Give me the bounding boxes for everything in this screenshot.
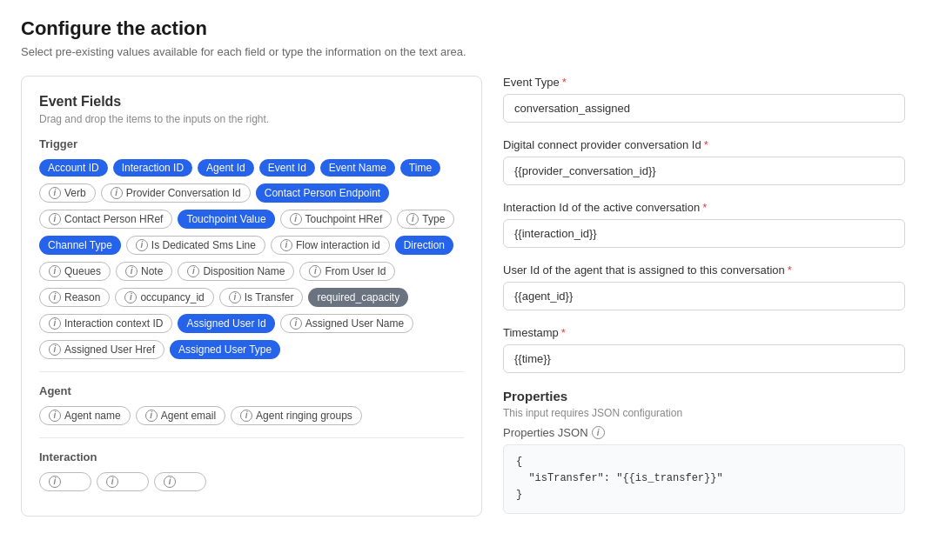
event-type-input[interactable]: [503, 94, 905, 123]
tag-contact-person-href[interactable]: iContact Person HRef: [39, 210, 172, 229]
tag-is-transfer[interactable]: iIs Transfer: [219, 288, 304, 307]
info-icon: i: [49, 476, 61, 488]
trigger-row-3: iContact Person HRef Touchpoint Value iT…: [39, 210, 464, 229]
event-type-field-group: Event Type*: [503, 76, 905, 123]
info-icon: i: [49, 317, 61, 330]
tag-account-id[interactable]: Account ID: [39, 159, 108, 177]
trigger-row-6: iReason ioccupancy_id iIs Transfer requi…: [39, 288, 464, 307]
tag-from-user-id[interactable]: iFrom User Id: [299, 262, 395, 281]
tag-assigned-user-type[interactable]: Assigned User Type: [170, 340, 280, 359]
tag-assigned-user-href[interactable]: iAssigned User Href: [39, 340, 164, 359]
info-icon: i: [49, 213, 61, 225]
provider-conversation-id-field-group: Digital connect provider conversation Id…: [503, 138, 905, 185]
info-icon: i: [309, 265, 321, 277]
divider-agent: [39, 371, 464, 372]
tag-type[interactable]: iType: [397, 210, 454, 229]
trigger-row-2: iVerb iProvider Conversation Id Contact …: [39, 183, 464, 203]
tag-event-name[interactable]: Event Name: [320, 159, 395, 177]
page-subtitle: Select pre-existing values available for…: [21, 45, 905, 58]
event-type-label: Event Type*: [503, 76, 905, 89]
info-icon: i: [136, 239, 148, 251]
trigger-row-8: iAssigned User Href Assigned User Type: [39, 340, 464, 359]
tag-interaction-id[interactable]: Interaction ID: [113, 159, 192, 177]
main-layout: Event Fields Drag and drop the items to …: [21, 76, 905, 530]
tag-assigned-user-name[interactable]: iAssigned User Name: [280, 314, 413, 333]
agent-row-1: iAgent name iAgent email iAgent ringing …: [39, 406, 464, 425]
tag-agent-email[interactable]: iAgent email: [136, 406, 225, 425]
timestamp-label: Timestamp*: [503, 326, 905, 339]
trigger-row-5: iQueues iNote iDisposition Name iFrom Us…: [39, 262, 464, 281]
info-icon: i: [280, 239, 292, 251]
info-icon: i: [125, 265, 138, 277]
info-icon: i: [49, 291, 61, 303]
provider-conversation-id-input[interactable]: [503, 157, 905, 185]
trigger-section-label: Trigger: [39, 137, 464, 150]
interaction-id-field-group: Interaction Id of the active conversatio…: [503, 201, 905, 248]
info-icon: i: [187, 265, 199, 277]
properties-title: Properties: [503, 389, 905, 403]
properties-json-label: Properties JSON i: [503, 426, 905, 439]
timestamp-input[interactable]: [503, 344, 905, 373]
properties-json-info-icon: i: [592, 426, 605, 439]
tag-time[interactable]: Time: [400, 159, 440, 177]
info-icon: i: [124, 291, 137, 303]
info-icon: i: [290, 317, 302, 330]
tag-contact-person-endpoint[interactable]: Contact Person Endpoint: [256, 183, 389, 203]
trigger-row-1: Account ID Interaction ID Agent Id Event…: [39, 159, 464, 177]
tag-assigned-user-id[interactable]: Assigned User Id: [178, 314, 274, 333]
info-icon: i: [49, 343, 61, 356]
info-icon: i: [164, 476, 176, 488]
info-icon: i: [49, 187, 61, 199]
tag-is-dedicated-sms-line[interactable]: iIs Dedicated Sms Line: [126, 236, 265, 255]
properties-json-box[interactable]: { "isTransfer": "{{is_transfer}}" }: [503, 444, 905, 514]
tag-occupancy-id[interactable]: ioccupancy_id: [115, 288, 213, 307]
right-panel: Event Type* Digital connect provider con…: [503, 76, 905, 530]
event-fields-heading: Event Fields: [39, 94, 464, 110]
info-icon: i: [145, 410, 158, 422]
info-icon: i: [240, 410, 252, 422]
tag-agent-name[interactable]: iAgent name: [39, 406, 131, 425]
trigger-row-7: iInteraction context ID Assigned User Id…: [39, 314, 464, 333]
properties-hint: This input requires JSON configuration: [503, 407, 905, 419]
tag-queues[interactable]: iQueues: [39, 262, 111, 281]
tag-event-id[interactable]: Event Id: [259, 159, 315, 177]
trigger-row-4: Channel Type iIs Dedicated Sms Line iFlo…: [39, 236, 464, 255]
event-fields-panel: Event Fields Drag and drop the items to …: [21, 76, 482, 517]
tag-verb[interactable]: iVerb: [39, 183, 96, 203]
interaction-id-label: Interaction Id of the active conversatio…: [503, 201, 905, 214]
info-icon: i: [290, 213, 302, 225]
tag-interaction-2[interactable]: i: [97, 472, 149, 491]
info-icon: i: [106, 476, 118, 488]
properties-group: Properties This input requires JSON conf…: [503, 389, 905, 514]
tag-provider-conversation-id[interactable]: iProvider Conversation Id: [101, 183, 251, 203]
user-id-agent-input[interactable]: [503, 282, 905, 310]
tag-channel-type[interactable]: Channel Type: [39, 236, 121, 255]
drag-hint: Drag and drop the items to the inputs on…: [39, 113, 464, 125]
interaction-section-label: Interaction: [39, 450, 464, 463]
tag-reason[interactable]: iReason: [39, 288, 110, 307]
tag-direction[interactable]: Direction: [395, 236, 453, 255]
tag-interaction-3[interactable]: i: [154, 472, 206, 491]
divider-interaction: [39, 437, 464, 438]
interaction-row-1: i i i: [39, 472, 464, 491]
agent-section-label: Agent: [39, 384, 464, 397]
info-icon: i: [49, 265, 61, 277]
provider-conversation-id-label: Digital connect provider conversation Id…: [503, 138, 905, 151]
timestamp-field-group: Timestamp*: [503, 326, 905, 373]
tag-required-capacity[interactable]: required_capacity: [308, 288, 408, 307]
tag-flow-interaction-id[interactable]: iFlow interaction id: [271, 236, 390, 255]
tag-disposition-name[interactable]: iDisposition Name: [178, 262, 294, 281]
user-id-agent-label: User Id of the agent that is assigned to…: [503, 263, 905, 277]
info-icon: i: [406, 213, 419, 225]
info-icon: i: [229, 291, 241, 303]
tag-touchpoint-href[interactable]: iTouchpoint HRef: [280, 210, 393, 229]
interaction-id-input[interactable]: [503, 219, 905, 248]
tag-note[interactable]: iNote: [116, 262, 172, 281]
tag-interaction-1[interactable]: i: [39, 472, 91, 491]
tag-touchpoint-value[interactable]: Touchpoint Value: [178, 210, 274, 229]
tag-agent-id[interactable]: Agent Id: [198, 159, 254, 177]
user-id-agent-field-group: User Id of the agent that is assigned to…: [503, 263, 905, 310]
tag-interaction-context-id[interactable]: iInteraction context ID: [39, 314, 172, 333]
tag-agent-ringing-groups[interactable]: iAgent ringing groups: [231, 406, 362, 425]
info-icon: i: [111, 187, 123, 199]
